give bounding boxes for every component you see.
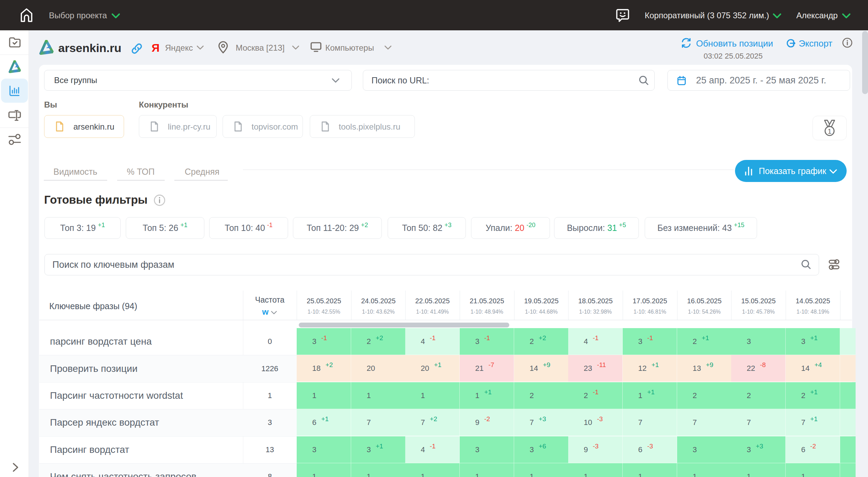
- svg-text:1: 1: [828, 127, 832, 135]
